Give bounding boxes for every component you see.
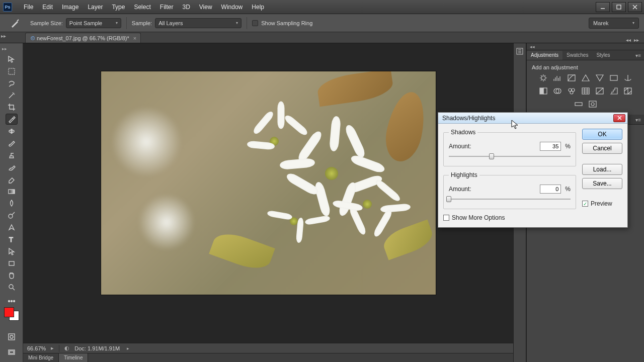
- foreground-color-swatch[interactable]: [4, 307, 14, 317]
- window-close-button[interactable]: [628, 2, 642, 12]
- hue-saturation-icon[interactable]: [609, 73, 619, 82]
- pen-tool[interactable]: [6, 222, 18, 233]
- edit-toolbar-icon[interactable]: [6, 296, 18, 307]
- save-button[interactable]: Save...: [582, 178, 622, 189]
- show-sampling-ring-checkbox[interactable]: [252, 20, 258, 26]
- shadows-legend: Shadows: [449, 129, 477, 136]
- menu-help[interactable]: Help: [247, 2, 269, 13]
- sample-select[interactable]: All Layers ▾: [155, 18, 242, 28]
- levels-icon[interactable]: [552, 73, 562, 82]
- expose-icon[interactable]: ◐: [64, 345, 69, 351]
- dialog-titlebar[interactable]: Shadows/Highlights: [438, 113, 627, 124]
- menu-select[interactable]: Select: [129, 2, 155, 13]
- brightness-contrast-icon[interactable]: [538, 73, 548, 82]
- magic-wand-tool[interactable]: [6, 90, 18, 101]
- brush-tool[interactable]: [6, 138, 18, 149]
- status-menu-icon[interactable]: ▸: [127, 346, 129, 351]
- menu-file[interactable]: File: [19, 2, 38, 13]
- slider-thumb[interactable]: [489, 153, 494, 159]
- chevron-down-icon: ▾: [236, 21, 238, 25]
- move-tool[interactable]: [6, 54, 18, 65]
- photo-filter-icon[interactable]: [552, 86, 562, 96]
- menu-image[interactable]: Image: [57, 2, 83, 13]
- screen-mode-icon[interactable]: [6, 347, 18, 358]
- preview-checkbox[interactable]: ✓: [582, 201, 588, 207]
- zoom-tool[interactable]: [6, 282, 18, 293]
- hand-tool[interactable]: [6, 270, 18, 281]
- document-tab[interactable]: © newForest_07.jpg @ 66.7% (RGB/8)* ×: [25, 33, 141, 43]
- exposure-icon[interactable]: [581, 73, 591, 82]
- menu-type[interactable]: Type: [107, 2, 129, 13]
- window-minimize-button[interactable]: [596, 2, 610, 12]
- lasso-tool[interactable]: [6, 78, 18, 89]
- history-brush-tool[interactable]: [6, 162, 18, 173]
- panel-menu-icon[interactable]: ▾≡: [632, 116, 644, 124]
- menu-layer[interactable]: Layer: [83, 2, 107, 13]
- tab-styles[interactable]: Styles: [592, 51, 614, 60]
- shadows-amount-slider[interactable]: [449, 154, 571, 159]
- cancel-button[interactable]: Cancel: [582, 143, 622, 154]
- cloud-icon: ©: [31, 35, 35, 41]
- menu-filter[interactable]: Filter: [155, 2, 178, 13]
- color-balance-icon[interactable]: [623, 73, 633, 82]
- menu-view[interactable]: View: [195, 2, 217, 13]
- color-lookup-icon[interactable]: [581, 86, 591, 96]
- close-tab-icon[interactable]: ×: [133, 35, 136, 41]
- blur-tool[interactable]: [6, 198, 18, 209]
- black-white-icon[interactable]: [538, 86, 548, 96]
- toolbox-expand-icon[interactable]: ▸▸: [2, 46, 7, 51]
- collapse-panels-left-icon[interactable]: ◂◂: [626, 37, 631, 43]
- panel-menu-icon[interactable]: ▾≡: [632, 51, 644, 60]
- workspace-select[interactable]: Marek ▾: [589, 18, 639, 29]
- spot-healing-tool[interactable]: [6, 126, 18, 137]
- tool-preset-icon[interactable]: [9, 17, 21, 29]
- dodge-tool[interactable]: [6, 210, 18, 221]
- crop-tool[interactable]: [6, 102, 18, 113]
- window-maximize-button[interactable]: [612, 2, 626, 12]
- collapse-panels-right-icon[interactable]: ▸▸: [634, 37, 639, 43]
- rectangle-tool[interactable]: [6, 258, 18, 269]
- quick-mask-icon[interactable]: [6, 331, 18, 342]
- slider-thumb[interactable]: [446, 196, 451, 202]
- tab-mini-bridge[interactable]: Mini Bridge: [23, 353, 59, 362]
- collapse-panels-icon[interactable]: ◂◂: [527, 43, 644, 50]
- highlights-amount-slider[interactable]: [449, 197, 571, 202]
- gradient-map-icon[interactable]: [574, 100, 584, 109]
- posterize-icon[interactable]: [609, 86, 619, 96]
- tab-swatches[interactable]: Swatches: [562, 51, 592, 60]
- channel-mixer-icon[interactable]: [567, 86, 577, 96]
- load-button[interactable]: Load...: [582, 164, 622, 175]
- gradient-tool[interactable]: [6, 186, 18, 197]
- highlights-amount-label: Amount:: [449, 186, 479, 193]
- show-more-options-label: Show More Options: [452, 214, 505, 221]
- menu-3d[interactable]: 3D: [178, 2, 194, 13]
- eraser-tool[interactable]: [6, 174, 18, 185]
- menu-edit[interactable]: Edit: [38, 2, 57, 13]
- zoom-level[interactable]: 66.67%: [27, 345, 46, 351]
- marquee-tool[interactable]: [6, 66, 18, 77]
- clone-stamp-tool[interactable]: [6, 150, 18, 161]
- dialog-close-button[interactable]: [613, 114, 625, 122]
- zoom-popup-icon[interactable]: ▸: [51, 345, 54, 351]
- shadows-amount-input[interactable]: [540, 142, 561, 151]
- highlights-amount-input[interactable]: [540, 185, 561, 194]
- threshold-icon[interactable]: [623, 86, 633, 96]
- doc-info[interactable]: Doc: 1.91M/1.91M: [74, 345, 120, 351]
- show-more-options-checkbox[interactable]: [443, 215, 449, 221]
- vibrance-icon[interactable]: [595, 73, 605, 82]
- tab-timeline[interactable]: Timeline: [59, 353, 88, 362]
- selective-color-icon[interactable]: [588, 100, 598, 109]
- expand-tabs-icon[interactable]: ▸▸: [1, 33, 6, 39]
- ok-button[interactable]: OK: [582, 129, 622, 140]
- color-swatches[interactable]: [4, 307, 19, 321]
- invert-icon[interactable]: [595, 86, 605, 96]
- document-canvas[interactable]: [101, 71, 436, 295]
- menu-window[interactable]: Window: [217, 2, 248, 13]
- tab-adjustments[interactable]: Adjustments: [527, 51, 562, 60]
- history-panel-icon[interactable]: [515, 46, 525, 56]
- curves-icon[interactable]: [567, 73, 577, 82]
- eyedropper-tool[interactable]: [6, 114, 18, 125]
- type-tool[interactable]: T: [6, 234, 18, 245]
- sample-size-select[interactable]: Point Sample ▾: [66, 18, 121, 28]
- path-selection-tool[interactable]: [6, 246, 18, 257]
